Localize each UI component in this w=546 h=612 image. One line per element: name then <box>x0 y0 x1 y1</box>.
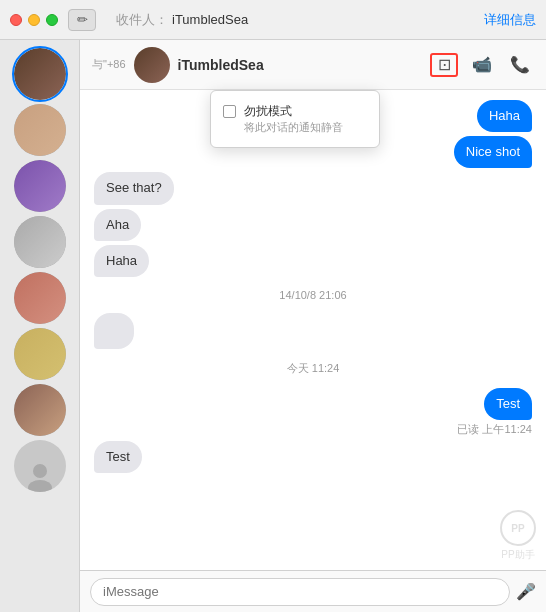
sidebar-avatar-1[interactable] <box>14 48 66 100</box>
main-layout: 与"+86 iTumbledSea ⊡ 📹 📞 勿 <box>0 40 546 612</box>
watermark: PP PP助手 <box>500 510 536 562</box>
watermark-logo: PP <box>500 510 536 546</box>
contact-name: iTumbledSea <box>178 57 264 73</box>
dnd-description: 将此对话的通知静音 <box>244 120 343 135</box>
to-field: 收件人： iTumbledSea <box>116 11 484 29</box>
input-bar: 🎤 <box>80 570 546 612</box>
timestamp-1: 14/10/8 21:06 <box>94 289 532 301</box>
contact-avatar <box>134 47 170 83</box>
chat-area: 与"+86 iTumbledSea ⊡ 📹 📞 勿 <box>80 40 546 612</box>
dnd-checkbox[interactable] <box>223 105 236 118</box>
svg-point-1 <box>28 480 52 492</box>
compose-button[interactable]: ✏ <box>68 9 96 31</box>
title-bar: ✏ 收件人： iTumbledSea 详细信息 <box>0 0 546 40</box>
video-icon: 📹 <box>472 55 492 74</box>
message-test-received: Test <box>94 441 142 473</box>
recipient-name: iTumbledSea <box>172 12 248 27</box>
dnd-option[interactable]: 勿扰模式 将此对话的通知静音 <box>223 99 367 139</box>
svg-point-0 <box>33 464 47 478</box>
contact-sub: 与"+86 <box>92 57 126 72</box>
close-button[interactable] <box>10 14 22 26</box>
sidebar-avatar-8[interactable] <box>14 440 66 492</box>
microphone-button[interactable]: 🎤 <box>516 582 536 601</box>
detail-link[interactable]: 详细信息 <box>484 11 536 29</box>
message-haha-received: Haha <box>94 245 149 277</box>
sidebar-avatar-6[interactable] <box>14 328 66 380</box>
contact-info: 与"+86 iTumbledSea <box>92 47 264 83</box>
sidebar-avatar-2[interactable] <box>14 104 66 156</box>
sidebar-avatar-4[interactable] <box>14 216 66 268</box>
screen-share-icon: ⊡ <box>438 55 451 74</box>
message-input[interactable] <box>90 578 510 606</box>
message-see-that: See that? <box>94 172 174 204</box>
read-receipt: 已读 上午11:24 <box>94 422 532 437</box>
message-nice-shot: Nice shot <box>454 136 532 168</box>
message-haha: Haha <box>477 100 532 132</box>
watermark-text: PP助手 <box>501 548 534 562</box>
video-call-button[interactable]: 📹 <box>468 53 496 77</box>
sidebar-avatar-7[interactable] <box>14 384 66 436</box>
contact-actions: ⊡ 📹 📞 <box>430 53 534 77</box>
dnd-text: 勿扰模式 将此对话的通知静音 <box>244 103 343 135</box>
traffic-lights <box>10 14 58 26</box>
sidebar-avatar-5[interactable] <box>14 272 66 324</box>
compose-icon: ✏ <box>77 12 88 27</box>
messages-list: Haha Nice shot See that? Aha Haha 14/10/… <box>80 90 546 570</box>
screen-share-button[interactable]: ⊡ <box>430 53 458 77</box>
contact-header: 与"+86 iTumbledSea ⊡ 📹 📞 <box>80 40 546 90</box>
message-aha: Aha <box>94 209 141 241</box>
dnd-title: 勿扰模式 <box>244 103 343 120</box>
sidebar <box>0 40 80 612</box>
sidebar-avatar-3[interactable] <box>14 160 66 212</box>
phone-icon: 📞 <box>510 55 530 74</box>
timestamp-today: 今天 11:24 <box>94 361 532 376</box>
minimize-button[interactable] <box>28 14 40 26</box>
dropdown-menu: 勿扰模式 将此对话的通知静音 <box>210 90 380 148</box>
maximize-button[interactable] <box>46 14 58 26</box>
apple-message <box>94 313 134 349</box>
to-label: 收件人： <box>116 11 168 29</box>
audio-call-button[interactable]: 📞 <box>506 53 534 77</box>
message-test-sent: Test <box>484 388 532 420</box>
